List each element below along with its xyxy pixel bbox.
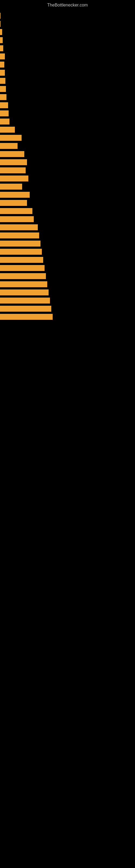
bar-fill: Bottleneck result bbox=[0, 159, 27, 165]
bar-fill: Bottl bbox=[0, 102, 8, 108]
bar-row: Bo bbox=[0, 52, 135, 61]
bar-row bbox=[0, 12, 135, 20]
bar-row bbox=[0, 20, 135, 28]
bar-label: Bottleneck resu bbox=[0, 169, 24, 172]
bar-fill bbox=[0, 13, 1, 19]
bar-label: E bbox=[0, 30, 2, 34]
bar-label: Bottleneck resu bbox=[0, 201, 24, 205]
bar-label: B bbox=[0, 71, 3, 74]
bar-fill: Bottleneck res bbox=[0, 135, 21, 141]
bar-label: Bottleneck result bbox=[0, 258, 25, 261]
bar-fill: Bottleneck result bbox=[0, 224, 38, 230]
bar-fill: Bottleneck bbox=[0, 143, 17, 149]
bar-label: Bottleneck result bbox=[0, 177, 25, 180]
bar-row: Bottleneck result bbox=[0, 272, 135, 280]
bar-fill: Bo bbox=[0, 86, 6, 92]
bar-row: Bo bbox=[0, 77, 135, 85]
bar-fill: B bbox=[0, 70, 5, 76]
bar-fill: Bottleneck result bbox=[0, 273, 46, 279]
bar-row: B bbox=[0, 36, 135, 44]
bar-row: Bott bbox=[0, 109, 135, 118]
bar-row: B bbox=[0, 61, 135, 69]
bar-label: B bbox=[0, 38, 3, 42]
bar-row: Bottleneck resu bbox=[0, 199, 135, 207]
bar-row: Bottleneck result bbox=[0, 256, 135, 264]
bar-row: B bbox=[0, 69, 135, 77]
bar-fill: B bbox=[0, 37, 3, 43]
bar-label: Bot bbox=[0, 95, 6, 99]
bar-label: Bottleneck result bbox=[0, 250, 25, 253]
bar-row: Bottleneck result bbox=[0, 248, 135, 256]
bar-label: Bo bbox=[0, 79, 5, 83]
site-title: TheBottlenecker.com bbox=[0, 0, 135, 9]
bar-fill: Bottleneck result bbox=[0, 192, 30, 198]
bar-fill: Bottleneck result bbox=[0, 298, 50, 304]
bar-fill: Bottl bbox=[0, 119, 9, 124]
bar-label: Bottleneck result bbox=[0, 209, 25, 213]
bar-label: Bottleneck bbox=[0, 144, 16, 148]
bar-row: Bottleneck result bbox=[0, 280, 135, 288]
bar-row: Bottleneck result bbox=[0, 297, 135, 305]
bar-row: Bottleneck result bbox=[0, 223, 135, 231]
bar-row: Bottl bbox=[0, 101, 135, 109]
bar-row: Bottleneck result bbox=[0, 191, 135, 199]
bar-fill: Bottleneck result bbox=[0, 281, 47, 287]
bar-fill: Bottleneck result bbox=[0, 241, 41, 247]
bar-fill: Bottleneck result bbox=[0, 208, 32, 214]
bar-row: Bottleneck resu bbox=[0, 166, 135, 175]
bar-label: Bo bbox=[0, 87, 5, 91]
bar-row: Bot bbox=[0, 93, 135, 101]
bar-row: Bottleneck result bbox=[0, 207, 135, 215]
bar-row: Bottleneck bbox=[0, 142, 135, 150]
bar-fill: Bo bbox=[0, 78, 5, 84]
bar-fill: Bottleneck resu bbox=[0, 151, 24, 157]
bar-row: Bottl bbox=[0, 118, 135, 126]
bar-row: E bbox=[0, 28, 135, 36]
bar-label: Bottleneck res bbox=[0, 136, 21, 140]
bar-label: Bottleneck result bbox=[0, 283, 25, 286]
bar-fill: Bot bbox=[0, 94, 6, 100]
bar-row: Bottleneck result bbox=[0, 240, 135, 248]
bar-fill bbox=[0, 21, 1, 27]
bar-fill: Bott bbox=[0, 111, 9, 116]
bar-label: Bottleneck resu bbox=[0, 152, 24, 156]
bar-row: Bottleneck result bbox=[0, 215, 135, 223]
bar-label: Bottlenec bbox=[0, 128, 14, 131]
bar-label: Bottleneck result bbox=[0, 291, 25, 294]
bar-row: Bottleneck result bbox=[0, 158, 135, 166]
bar-label: Bottl bbox=[0, 120, 8, 123]
bar-fill: Bottleneck result bbox=[0, 257, 43, 263]
bar-row: E bbox=[0, 44, 135, 52]
bar-label: Bottleneck result bbox=[0, 315, 25, 318]
bar-label: Bott bbox=[0, 112, 7, 115]
bar-fill: Bottleneck resu bbox=[0, 167, 26, 173]
bar-fill: E bbox=[0, 29, 2, 35]
bar-row: Bottleneck re bbox=[0, 183, 135, 191]
bar-row: Bottleneck result bbox=[0, 175, 135, 183]
bar-label: Bottleneck re bbox=[0, 185, 20, 188]
bar-row: Bottleneck result bbox=[0, 288, 135, 297]
bar-fill: Bottleneck result bbox=[0, 232, 39, 239]
bars-container: EBEBoBBBoBoBotBottlBottBottlBottlenecBot… bbox=[0, 9, 135, 323]
bar-label: Bottleneck result bbox=[0, 267, 25, 270]
bar-fill: Bottleneck result bbox=[0, 314, 53, 320]
bar-fill: Bottleneck result bbox=[0, 249, 42, 255]
bar-fill: Bo bbox=[0, 54, 5, 59]
bar-fill: Bottleneck result bbox=[0, 216, 34, 222]
bar-row: Bottleneck result bbox=[0, 305, 135, 313]
bar-row: Bottleneck resu bbox=[0, 150, 135, 158]
bar-label: Bottleneck result bbox=[0, 234, 25, 237]
bar-label: Bottleneck result bbox=[0, 193, 25, 196]
bar-row: Bo bbox=[0, 85, 135, 93]
bar-label: E bbox=[0, 46, 3, 50]
bar-fill: Bottlenec bbox=[0, 127, 15, 133]
bar-label: Bottleneck result bbox=[0, 226, 25, 229]
bar-fill: Bottleneck result bbox=[0, 306, 51, 312]
bar-fill: B bbox=[0, 62, 4, 67]
bar-fill: Bottleneck result bbox=[0, 265, 45, 271]
bar-label: Bottleneck result bbox=[0, 307, 25, 310]
bar-label: B bbox=[0, 63, 3, 66]
bar-row: Bottleneck result bbox=[0, 231, 135, 240]
bar-fill: E bbox=[0, 45, 3, 51]
bar-label: Bottleneck result bbox=[0, 242, 25, 245]
